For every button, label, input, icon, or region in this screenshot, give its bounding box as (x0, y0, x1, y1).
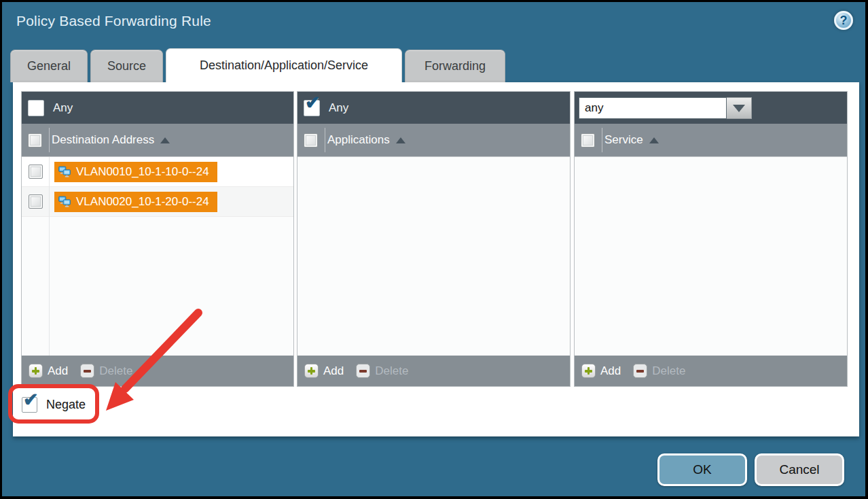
table-row[interactable]: VLAN0020_10-1-20-0--24 (22, 187, 293, 217)
sort-asc-icon (160, 137, 170, 143)
checkmark-icon: ✔ (305, 94, 321, 112)
applications-select-all-checkbox[interactable] (304, 133, 318, 148)
service-panel: any Service Add (574, 91, 848, 387)
column-header-label: Applications (327, 133, 390, 147)
applications-toolbar: Add Delete (297, 356, 570, 386)
add-button[interactable]: Add (581, 364, 621, 378)
table-row[interactable]: VLAN0010_10-1-10-0--24 (22, 157, 293, 187)
destination-column-header[interactable]: Destination Address (22, 124, 293, 157)
service-list (575, 157, 847, 356)
service-toolbar: Add Delete (575, 356, 847, 386)
service-select-all-checkbox[interactable] (581, 133, 595, 148)
applications-any-bar: ✔ Any (297, 92, 570, 124)
tab-general[interactable]: General (10, 50, 88, 82)
row-checkbox[interactable] (29, 165, 43, 179)
destination-any-label: Any (53, 101, 73, 115)
destination-select-all-checkbox[interactable] (28, 133, 42, 148)
tab-content-area: Any Destination Address (13, 82, 859, 436)
add-button[interactable]: Add (304, 364, 344, 378)
destination-toolbar: Add Delete (22, 356, 293, 386)
delete-icon (633, 364, 647, 378)
delete-button[interactable]: Delete (80, 364, 132, 378)
destination-any-bar: Any (22, 92, 293, 124)
page-title: Policy Based Forwarding Rule (16, 13, 211, 29)
column-divider (49, 128, 50, 152)
help-icon[interactable]: ? (834, 11, 853, 30)
ok-button[interactable]: OK (657, 453, 747, 486)
add-button[interactable]: Add (29, 364, 68, 378)
tab-destination-application-service[interactable]: Destination/Application/Service (166, 48, 402, 82)
delete-button[interactable]: Delete (356, 364, 408, 378)
negate-control[interactable]: ✔ Negate (22, 397, 86, 413)
column-divider (602, 128, 602, 152)
column-header-label: Destination Address (52, 133, 154, 147)
checkbox-column-divider (49, 157, 50, 356)
service-dropdown-value: any (579, 97, 727, 119)
sort-asc-icon (396, 137, 405, 143)
chevron-down-icon (733, 105, 745, 112)
address-object-label: VLAN0010_10-1-10-0--24 (76, 165, 209, 179)
destination-list: VLAN0010_10-1-10-0--24 (22, 157, 293, 356)
add-icon (29, 364, 43, 378)
applications-panel: ✔ Any Applications Add (297, 91, 571, 387)
network-icon (58, 196, 71, 207)
negate-label: Negate (46, 398, 86, 412)
applications-any-checkbox[interactable]: ✔ (304, 100, 320, 116)
dropdown-button[interactable] (727, 97, 752, 119)
destination-any-checkbox[interactable] (28, 100, 44, 116)
add-icon (581, 364, 596, 378)
tab-label: General (27, 59, 71, 73)
applications-column-header[interactable]: Applications (297, 124, 570, 157)
delete-icon (356, 364, 370, 378)
pbf-rule-dialog: Policy Based Forwarding Rule ? General S… (2, 2, 865, 496)
screenshot-frame: Policy Based Forwarding Rule ? General S… (0, 0, 868, 499)
service-column-header[interactable]: Service (575, 124, 847, 157)
negate-checkbox[interactable]: ✔ (22, 397, 37, 413)
network-icon (58, 166, 71, 177)
delete-icon (80, 364, 94, 378)
cancel-button[interactable]: Cancel (755, 453, 844, 486)
delete-button[interactable]: Delete (633, 364, 685, 378)
tab-label: Forwarding (424, 59, 486, 73)
tab-forwarding[interactable]: Forwarding (405, 50, 505, 82)
service-dropdown[interactable]: any (579, 97, 752, 119)
column-header-label: Service (604, 133, 643, 147)
row-checkbox[interactable] (29, 194, 43, 209)
address-object-chip[interactable]: VLAN0020_10-1-20-0--24 (54, 192, 217, 212)
sort-asc-icon (649, 137, 659, 143)
applications-list (297, 157, 570, 356)
column-divider (325, 128, 325, 152)
address-object-label: VLAN0020_10-1-20-0--24 (76, 195, 209, 209)
tab-source[interactable]: Source (90, 50, 163, 82)
service-header-bar: any (575, 92, 847, 124)
add-icon (304, 364, 319, 378)
destination-panel: Any Destination Address (21, 91, 294, 387)
applications-any-label: Any (329, 101, 348, 115)
tab-label: Destination/Application/Service (200, 58, 368, 73)
tab-label: Source (107, 59, 146, 73)
address-object-chip[interactable]: VLAN0010_10-1-10-0--24 (54, 162, 217, 182)
